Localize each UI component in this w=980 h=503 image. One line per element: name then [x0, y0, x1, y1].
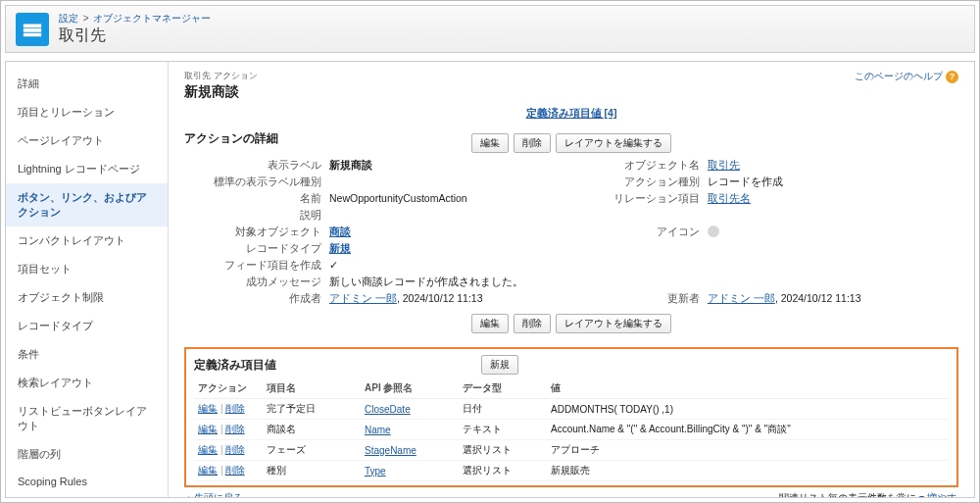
lbl-record-type: レコードタイプ: [184, 242, 321, 256]
row-api-link[interactable]: StageName: [365, 445, 416, 456]
th-type: データ型: [459, 378, 547, 399]
sidebar-item-scoping[interactable]: Scoping Rules: [6, 469, 168, 494]
delete-button-2[interactable]: 削除: [514, 314, 551, 333]
row-api-link[interactable]: Name: [365, 425, 391, 435]
new-button[interactable]: 新規: [481, 355, 518, 375]
edit-layout-button-2[interactable]: レイアウトを編集する: [556, 314, 671, 333]
edit-button[interactable]: 編集: [471, 133, 509, 153]
lbl-icon: アイコン: [563, 226, 700, 239]
sidebar-item-searchlayout[interactable]: 検索レイアウト: [6, 369, 168, 397]
help-link[interactable]: このページのヘルプ?: [855, 70, 958, 83]
th-api: API 参照名: [361, 378, 459, 399]
row-field: フェーズ: [263, 440, 361, 461]
val-created-user[interactable]: アドミン 一郎: [329, 292, 397, 304]
lbl-success-msg: 成功メッセージ: [184, 276, 321, 289]
row-type: テキスト: [459, 420, 547, 440]
val-success-msg: 新しい商談レコードが作成されました。: [329, 276, 958, 289]
table-row: 編集|削除種別Type選択リスト新規販売: [194, 461, 949, 481]
lbl-relation-field: リレーション項目: [563, 192, 700, 206]
breadcrumb-setup[interactable]: 設定: [59, 13, 78, 24]
table-row: 編集|削除フェーズStageName選択リストアプローチ: [194, 440, 949, 461]
lbl-feed-item: フィード項目を作成: [184, 259, 321, 273]
row-field: 商談名: [263, 420, 361, 440]
val-description: [329, 209, 555, 223]
row-value: ADDMONTHS( TODAY() ,1): [547, 399, 949, 420]
action-title: 新規商談: [184, 83, 958, 101]
button-row-bottom: 編集 削除 レイアウトを編集する: [184, 314, 958, 333]
sidebar-item-recordtype[interactable]: レコードタイプ: [6, 312, 168, 340]
footer-text: 関連リスト毎の表示件数を常に: [779, 492, 916, 497]
defined-values-section: 定義済み項目値 新規 アクション 項目名 API 参照名 データ型 値 編集|削…: [184, 347, 958, 487]
sidebar-item-compact[interactable]: コンパクトレイアウト: [6, 226, 168, 255]
sidebar-item-hierarchy[interactable]: 階層の列: [6, 440, 168, 469]
val-target-object[interactable]: 商談: [329, 226, 351, 237]
table-row: 編集|削除商談名NameテキストAccount.Name & "(" & Acc…: [194, 420, 949, 440]
row-value: Account.Name & "(" & Account.BillingCity…: [547, 420, 949, 440]
lbl-description: 説明: [184, 209, 321, 223]
val-updated-time: , 2024/10/12 11:13: [775, 292, 861, 304]
row-field: 種別: [263, 461, 361, 481]
row-edit-link[interactable]: 編集: [198, 444, 218, 455]
row-delete-link[interactable]: 削除: [225, 444, 245, 455]
sidebar-item-buttons-links-actions[interactable]: ボタン、リンク、およびアクション: [6, 183, 168, 226]
row-edit-link[interactable]: 編集: [198, 403, 218, 414]
th-value: 値: [547, 378, 949, 399]
th-field: 項目名: [263, 378, 361, 399]
lbl-object-name: オブジェクト名: [563, 159, 700, 173]
object-icon: [16, 13, 49, 46]
val-std-label-type: [329, 176, 555, 189]
row-delete-link[interactable]: 削除: [225, 424, 245, 434]
val-updated-user[interactable]: アドミン 一郎: [708, 292, 775, 304]
help-icon: ?: [946, 71, 958, 83]
lbl-display-label: 表示ラベル: [184, 159, 321, 173]
row-type: 日付: [459, 399, 547, 420]
row-value: アプローチ: [547, 440, 949, 461]
detail-grid: 表示ラベル 新規商談 オブジェクト名 取引先 標準の表示ラベル種別 アクション種…: [184, 159, 958, 306]
lbl-std-label-type: 標準の表示ラベル種別: [184, 176, 321, 189]
sidebar-item-fieldset[interactable]: 項目セット: [6, 255, 168, 283]
row-api-link[interactable]: Type: [365, 466, 386, 477]
page-header: 設定 > オブジェクトマネージャー 取引先: [5, 5, 975, 53]
row-delete-link[interactable]: 削除: [225, 403, 245, 414]
page-title: 取引先: [59, 25, 211, 46]
val-relation-field[interactable]: 取引先名: [708, 192, 751, 204]
defined-values-title: 定義済み項目値: [194, 358, 276, 373]
main-panel: このページのヘルプ? 取引先 アクション 新規商談 定義済み項目値 [4] アク…: [169, 62, 974, 497]
breadcrumb-objmgr[interactable]: オブジェクトマネージャー: [93, 13, 211, 24]
sidebar-item-detail[interactable]: 詳細: [6, 70, 168, 98]
back-to-top-link[interactable]: ▴ 先頭に戻る: [186, 491, 243, 497]
lbl-action-type: アクション種別: [563, 176, 700, 189]
row-edit-link[interactable]: 編集: [198, 465, 218, 476]
row-type: 選択リスト: [459, 461, 547, 481]
val-record-type[interactable]: 新規: [329, 242, 351, 254]
val-name: NewOpportunityCustomAction: [329, 192, 555, 206]
lbl-target-object: 対象オブジェクト: [184, 226, 321, 239]
defined-values-table: アクション 項目名 API 参照名 データ型 値 編集|削除完了予定日Close…: [194, 378, 949, 481]
val-created-time: , 2024/10/12 11:13: [397, 292, 483, 304]
val-action-type: レコードを作成: [708, 176, 958, 189]
action-breadcrumb: 取引先 アクション: [184, 70, 958, 82]
show-more-link[interactable]: 増やす: [927, 492, 956, 497]
footer-links: ▴ 先頭に戻る 関連リスト毎の表示件数を常に ▾ 増やす: [184, 487, 958, 497]
content-frame: 詳細 項目とリレーション ページレイアウト Lightning レコードページ …: [5, 61, 975, 498]
sidebar-item-limits[interactable]: オブジェクト制限: [6, 283, 168, 312]
row-type: 選択リスト: [459, 440, 547, 461]
sidebar-item-listviewbtn[interactable]: リストビューボタンレイアウト: [6, 397, 168, 440]
edit-layout-button[interactable]: レイアウトを編集する: [556, 133, 671, 153]
row-edit-link[interactable]: 編集: [198, 424, 218, 434]
sidebar-item-conditions[interactable]: 条件: [6, 340, 168, 369]
table-row: 編集|削除完了予定日CloseDate日付ADDMONTHS( TODAY() …: [194, 399, 949, 420]
sidebar-item-fields[interactable]: 項目とリレーション: [6, 98, 168, 126]
row-api-link[interactable]: CloseDate: [365, 404, 411, 415]
defined-values-anchor[interactable]: 定義済み項目値 [4]: [526, 107, 617, 119]
val-object-name[interactable]: 取引先: [708, 159, 740, 171]
sidebar: 詳細 項目とリレーション ページレイアウト Lightning レコードページ …: [6, 62, 169, 497]
delete-button[interactable]: 削除: [514, 133, 551, 153]
globe-icon: [708, 226, 719, 237]
row-field: 完了予定日: [263, 399, 361, 420]
sidebar-item-pagelayouts[interactable]: ページレイアウト: [6, 126, 168, 155]
row-delete-link[interactable]: 削除: [225, 465, 245, 476]
sidebar-item-lightning[interactable]: Lightning レコードページ: [6, 155, 168, 183]
th-action: アクション: [194, 378, 263, 399]
edit-button-2[interactable]: 編集: [471, 314, 509, 333]
